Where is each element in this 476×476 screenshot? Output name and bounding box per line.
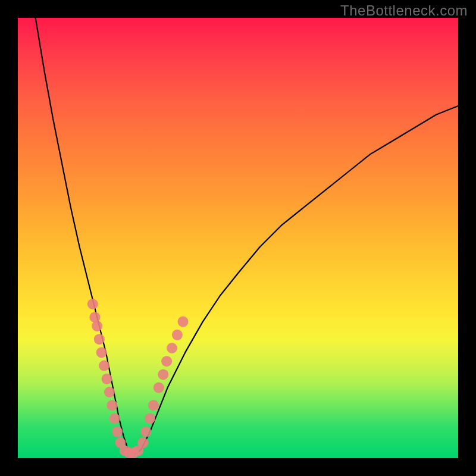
marker-dot bbox=[87, 299, 98, 309]
marker-dot bbox=[109, 413, 120, 424]
marker-dot bbox=[154, 383, 164, 393]
marker-dot bbox=[94, 334, 105, 345]
marker-dot bbox=[96, 347, 107, 358]
marker-dot bbox=[102, 374, 112, 384]
marker-dot bbox=[92, 321, 102, 331]
bottleneck-curve bbox=[36, 18, 458, 454]
marker-dot bbox=[178, 317, 189, 327]
marker-dot bbox=[148, 400, 159, 411]
chart-svg bbox=[18, 18, 458, 458]
marker-dot bbox=[137, 437, 148, 448]
marker-dot bbox=[167, 343, 177, 353]
marker-dot bbox=[172, 330, 183, 340]
marker-dot bbox=[140, 427, 151, 437]
chart-frame: TheBottleneck.com bbox=[0, 0, 476, 476]
plot-area bbox=[18, 18, 458, 458]
marker-dot bbox=[158, 369, 168, 380]
marker-dot bbox=[107, 400, 117, 411]
marker-dot bbox=[112, 427, 123, 437]
marker-dot bbox=[145, 413, 155, 424]
watermark-text: TheBottleneck.com bbox=[340, 2, 468, 19]
marker-dot bbox=[104, 387, 115, 397]
bottleneck-curve-path bbox=[36, 18, 458, 454]
marker-dot bbox=[161, 356, 172, 367]
marker-dot bbox=[99, 361, 109, 371]
marker-cluster bbox=[87, 299, 189, 458]
